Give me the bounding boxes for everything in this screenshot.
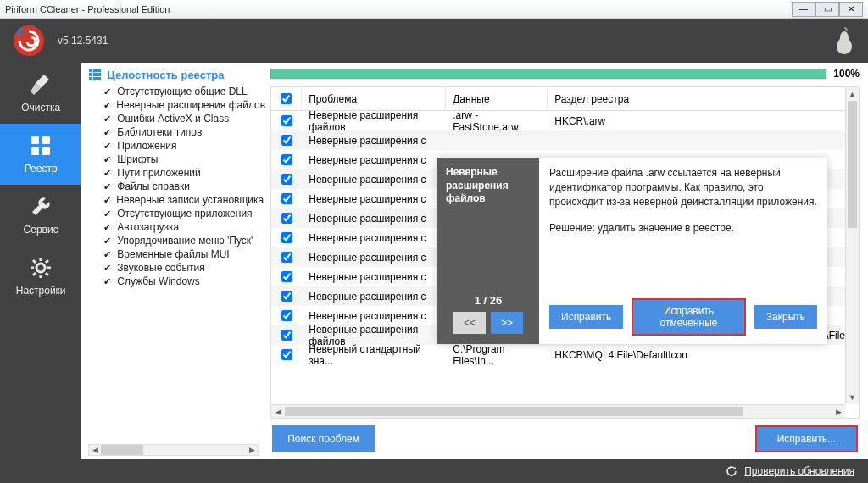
sidebar-item-tools[interactable]: Сервис: [0, 185, 81, 246]
check-item[interactable]: ✔Файлы справки: [85, 180, 262, 193]
row-checkbox[interactable]: [281, 330, 292, 341]
scroll-up-icon[interactable]: ▲: [846, 87, 859, 101]
cell-section: HKCR\.arw: [548, 111, 859, 130]
fix-button[interactable]: Исправить...: [755, 425, 858, 452]
titlebar: Piriform CCleaner - Professional Edition…: [0, 0, 868, 19]
popup-solution: Решение: удалить значение в реестре.: [549, 222, 817, 234]
cell-data: [446, 130, 548, 150]
svg-rect-18: [89, 73, 92, 76]
window-title: Piriform CCleaner - Professional Edition: [5, 4, 170, 14]
checkmark-icon: ✔: [103, 86, 112, 97]
scrollbar-thumb[interactable]: [285, 407, 743, 416]
check-item[interactable]: ✔Неверные расширения файлов: [85, 98, 262, 112]
check-item[interactable]: ✔Автозагрузка: [85, 220, 262, 234]
scroll-right-icon[interactable]: ▶: [246, 445, 258, 455]
row-checkbox[interactable]: [281, 154, 292, 165]
sidebar-item-options[interactable]: Настройки: [0, 246, 81, 307]
cell-problem: Неверные расширения с: [302, 286, 446, 306]
check-item-label: Приложения: [117, 140, 176, 152]
checkmark-icon: ✔: [103, 114, 112, 125]
col-data[interactable]: Данные: [446, 87, 548, 110]
col-problem[interactable]: Проблема: [302, 87, 446, 110]
col-checkbox[interactable]: [271, 87, 302, 110]
check-item[interactable]: ✔Отсутствующие приложения: [85, 207, 262, 220]
check-item-label: Упорядочивание меню 'Пуск': [117, 235, 253, 247]
maximize-button[interactable]: ▭: [815, 2, 839, 17]
cell-problem: Неверные расширения файлов: [302, 111, 446, 130]
col-section[interactable]: Раздел реестра: [548, 87, 859, 110]
close-button[interactable]: ✕: [839, 2, 863, 17]
table-row[interactable]: Неверные расширения файлов.arw - FastSto…: [271, 111, 859, 130]
checkmark-icon: ✔: [103, 249, 112, 260]
popup-prev-button[interactable]: <<: [453, 312, 486, 334]
row-checkbox[interactable]: [281, 193, 292, 204]
row-checkbox[interactable]: [281, 115, 292, 126]
svg-point-6: [36, 264, 45, 272]
check-item-label: Временные файлы MUI: [117, 248, 229, 260]
sidebar-item-cleaner[interactable]: Очистка: [0, 63, 81, 124]
popup-counter: 1 / 26: [446, 294, 531, 312]
popup-description: Расширение файла .arw ссылается на невер…: [549, 166, 817, 208]
table-row[interactable]: Неверный стандартный зна...C:\Program Fi…: [271, 345, 859, 364]
gear-icon: [29, 256, 53, 280]
check-item[interactable]: ✔Упорядочивание меню 'Пуск': [85, 234, 262, 247]
checks-horizontal-scrollbar[interactable]: ◀ ▶: [88, 444, 259, 456]
scrollbar-thumb[interactable]: [848, 101, 857, 228]
svg-rect-21: [89, 77, 92, 80]
scroll-right-icon[interactable]: ▶: [832, 405, 845, 418]
check-item[interactable]: ✔Приложения: [85, 139, 262, 153]
scrollbar-thumb[interactable]: [101, 445, 143, 455]
row-checkbox[interactable]: [281, 232, 292, 243]
check-item[interactable]: ✔Библиотеки типов: [85, 125, 262, 139]
popup-nav: << >>: [446, 312, 531, 336]
refresh-icon: [726, 465, 737, 477]
popup-next-button[interactable]: >>: [491, 312, 523, 334]
scroll-left-icon[interactable]: ◀: [271, 405, 285, 418]
check-item[interactable]: ✔Пути приложений: [85, 166, 262, 180]
horizontal-scrollbar[interactable]: ◀ ▶: [271, 404, 845, 418]
check-item[interactable]: ✔Временные файлы MUI: [85, 247, 262, 261]
check-item-label: Пути приложений: [117, 167, 200, 179]
check-item[interactable]: ✔Шрифты: [85, 153, 262, 166]
select-all-checkbox[interactable]: [281, 93, 292, 104]
scroll-left-icon[interactable]: ◀: [89, 445, 101, 455]
cell-problem: Неверные расширения с: [302, 189, 446, 208]
popup-fix-button[interactable]: Исправить: [549, 305, 623, 329]
row-checkbox[interactable]: [281, 291, 292, 302]
minimize-button[interactable]: —: [792, 2, 815, 17]
row-checkbox[interactable]: [281, 271, 292, 282]
grid-header: Проблема Данные Раздел реестра: [271, 87, 859, 111]
row-checkbox[interactable]: [281, 252, 292, 263]
sidebar-item-label: Реестр: [25, 163, 58, 175]
vertical-scrollbar[interactable]: ▲ ▼: [845, 87, 859, 404]
row-checkbox[interactable]: [281, 349, 292, 360]
svg-line-11: [33, 260, 36, 263]
check-item[interactable]: ✔Звуковые события: [85, 261, 262, 275]
check-item[interactable]: ✔Неверные записи установщика: [85, 193, 262, 207]
sidebar-item-registry[interactable]: Реестр: [0, 124, 81, 185]
row-checkbox[interactable]: [281, 213, 292, 224]
svg-rect-16: [93, 69, 97, 72]
cell-section: [548, 130, 859, 150]
table-row[interactable]: Неверные расширения с: [271, 130, 859, 150]
cell-problem: Неверные расширения с: [302, 208, 446, 228]
row-checkbox[interactable]: [281, 135, 292, 146]
popup-close-button[interactable]: Закрыть: [754, 305, 817, 329]
check-updates-link[interactable]: Проверить обновления: [744, 465, 854, 477]
check-item[interactable]: ✔Отсутствующие общие DLL: [85, 85, 262, 98]
popup-title: Неверные расширения файлов: [446, 166, 531, 206]
check-item[interactable]: ✔Ошибки ActiveX и Class: [85, 112, 262, 125]
check-item[interactable]: ✔Службы Windows: [85, 275, 262, 288]
svg-rect-23: [97, 77, 101, 80]
window-controls: — ▭ ✕: [792, 2, 863, 17]
cell-data: C:\Program Files\In...: [446, 345, 548, 364]
popup-fix-marked-button[interactable]: Исправить отмеченные: [632, 298, 745, 336]
svg-line-12: [46, 273, 48, 275]
row-checkbox[interactable]: [281, 310, 292, 321]
cell-section: HKCR\MQL4.File\DefaultIcon: [548, 345, 859, 364]
cell-problem: Неверные расширения с: [302, 130, 446, 150]
search-problems-button[interactable]: Поиск проблем: [272, 425, 375, 452]
scroll-down-icon[interactable]: ▼: [846, 391, 859, 404]
checkmark-icon: ✔: [103, 222, 112, 233]
row-checkbox[interactable]: [281, 174, 292, 185]
